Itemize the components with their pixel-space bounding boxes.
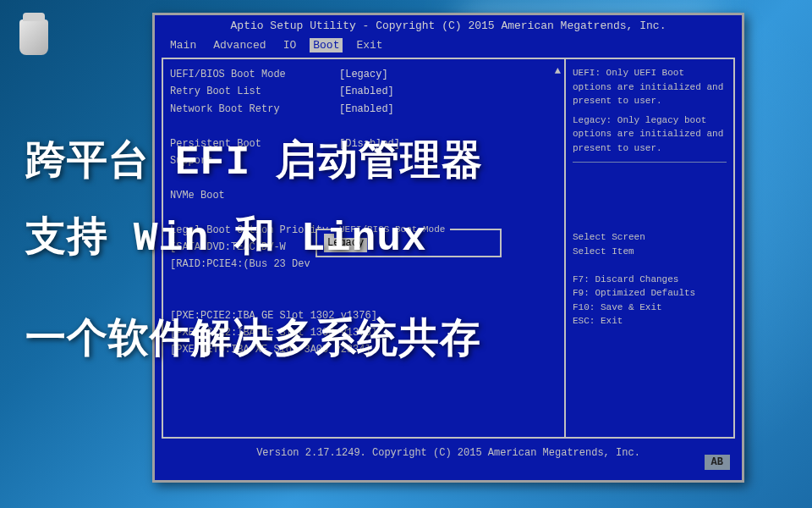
bios-footer: Version 2.17.1249. Copyright (C) 2015 Am… bbox=[155, 442, 742, 464]
scroll-up-icon[interactable]: ▲ bbox=[555, 63, 561, 80]
help-description-legacy: Legacy: Only legacy boot options are ini… bbox=[573, 113, 727, 156]
help-key-esc: ESC: Exit bbox=[573, 314, 727, 329]
help-key-item: Select Item bbox=[573, 245, 727, 259]
help-key-f10: F10: Save & Exit bbox=[573, 301, 727, 315]
tab-advanced[interactable]: Advanced bbox=[210, 38, 269, 52]
bios-help-panel: UEFI: Only UEFI Boot options are initial… bbox=[566, 58, 735, 439]
bios-tab-bar: Main Advanced IO Boot Exit bbox=[155, 36, 742, 54]
tab-io[interactable]: IO bbox=[280, 38, 300, 52]
help-divider bbox=[573, 162, 727, 163]
setting-retry-boot[interactable]: Retry Boot List[Enabled] bbox=[170, 83, 557, 100]
help-description-uefi: UEFI: Only UEFI Boot options are initial… bbox=[573, 66, 727, 108]
setting-boot-mode[interactable]: UEFI/BIOS Boot Mode[Legacy] bbox=[170, 66, 557, 83]
bios-title: Aptio Setup Utility - Copyright (C) 2015… bbox=[155, 15, 742, 36]
overlay-line-1: 跨平台 EFI 启动管理器 bbox=[25, 131, 483, 194]
trash-icon bbox=[16, 13, 52, 55]
help-key-f9: F9: Optimized Defaults bbox=[573, 286, 727, 301]
help-key-screen: Select Screen bbox=[573, 230, 727, 245]
setting-network-retry[interactable]: Network Boot Retry[Enabled] bbox=[170, 101, 557, 118]
overlay-line-3: 一个软件解决多系统共存 bbox=[25, 309, 481, 372]
overlay-line-2: 支持 Win 和 Linux bbox=[25, 207, 427, 270]
recycle-bin-icon[interactable] bbox=[13, 13, 55, 55]
tab-boot[interactable]: Boot bbox=[310, 38, 343, 52]
bios-badge: AB bbox=[705, 455, 730, 470]
help-key-f7: F7: Discard Changes bbox=[573, 273, 727, 287]
tab-exit[interactable]: Exit bbox=[353, 38, 386, 52]
tab-main[interactable]: Main bbox=[167, 38, 200, 52]
